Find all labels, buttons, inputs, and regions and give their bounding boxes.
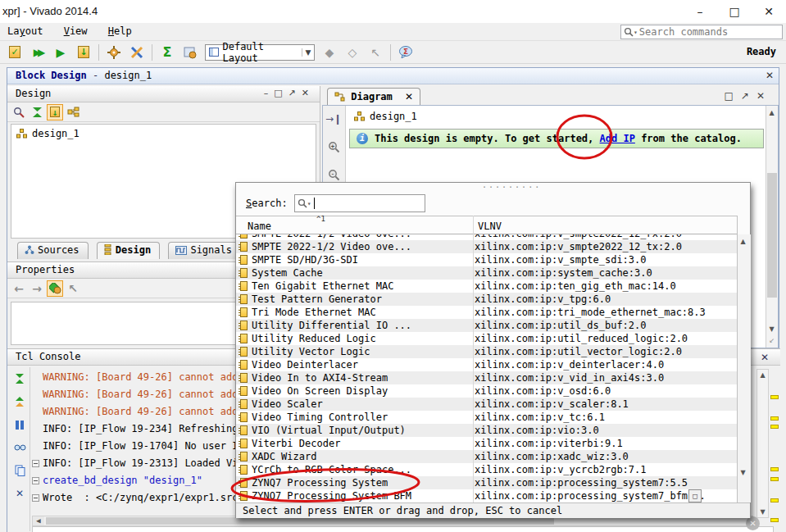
- combo-arrow-icon: ▼: [302, 48, 314, 57]
- ip-list-row[interactable]: Video On Screen Display xilinx.com:ip:v_…: [236, 384, 737, 398]
- resize-corner-icon[interactable]: ↙: [766, 335, 777, 346]
- ip-chip-icon: [240, 281, 248, 291]
- tools-icon[interactable]: [127, 43, 147, 61]
- menu-view[interactable]: View: [64, 25, 88, 37]
- popup-drag-handle[interactable]: ·········: [482, 183, 541, 192]
- scroll-up-icon[interactable]: [11, 393, 28, 410]
- find-icon[interactable]: [11, 439, 28, 456]
- tab-diagram[interactable]: Diagram ✕: [327, 88, 420, 106]
- select-arrow-icon[interactable]: ↖: [65, 280, 81, 297]
- design-panel-header: Design –□↗✕: [7, 86, 320, 102]
- scroll-to-end-icon[interactable]: [11, 371, 28, 387]
- column-header-name[interactable]: Name: [248, 221, 271, 232]
- dock-icon[interactable]: →❙: [325, 111, 342, 127]
- ip-list-row[interactable]: Viterbi Decoder xilinx.com:ip:viterbi:9.…: [236, 437, 737, 450]
- scroll-up-arrow-icon[interactable]: ▲: [766, 107, 777, 118]
- pause-output-icon[interactable]: [11, 416, 28, 433]
- tcl-command-input[interactable]: [32, 526, 774, 532]
- minimize-button[interactable]: –: [684, 0, 716, 23]
- scroll-up-arrow-icon[interactable]: ▲: [757, 370, 768, 380]
- dismiss-message-icon[interactable]: ✕: [746, 516, 760, 530]
- column-header-vlnv[interactable]: VLNV: [478, 221, 502, 232]
- ip-list-row[interactable]: Utility Vector Logic xilinx.com:ip:util_…: [236, 345, 737, 358]
- tab-signals[interactable]: Signals: [168, 242, 241, 259]
- tab-design[interactable]: Design: [97, 242, 160, 259]
- export-button[interactable]: ↓: [74, 43, 93, 61]
- ip-list: SMPTE 2022-1/2 Video ove... xilinx.com:i…: [236, 234, 737, 502]
- copy-icon[interactable]: [11, 462, 28, 479]
- help-bubble-icon[interactable]: Σ: [396, 43, 416, 61]
- ip-list-row[interactable]: Test Pattern Generator xilinx.com:ip:v_t…: [236, 293, 737, 306]
- ip-list-row[interactable]: YCrCb to RGB Color-Space... xilinx.com:i…: [236, 463, 737, 476]
- ip-list-row[interactable]: VIO (Virtual Input/Output) xilinx.com:ip…: [236, 424, 737, 437]
- ip-list-row[interactable]: Video Scaler xilinx.com:ip:v_scaler:8.1: [236, 398, 737, 411]
- diagram-vertical-scrollbar[interactable]: ▲ ▼ ↙: [766, 106, 778, 348]
- diagram-window-controls[interactable]: □↗✕: [725, 90, 772, 102]
- settings-gear-icon[interactable]: [104, 43, 124, 61]
- ip-chip-icon: [240, 360, 248, 370]
- ip-list-scrollbar[interactable]: ▲ ▼: [738, 234, 751, 502]
- design-panel-window-controls[interactable]: –□↗✕: [264, 88, 315, 98]
- back-arrow-icon[interactable]: ←: [11, 280, 27, 297]
- close-button[interactable]: ✕: [753, 0, 784, 23]
- ip-list-row[interactable]: Video Timing Controller xilinx.com:ip:v_…: [236, 411, 737, 424]
- ip-list-row[interactable]: Video In to AXI4-Stream xilinx.com:ip:v_…: [236, 371, 737, 384]
- project-settings-button[interactable]: [180, 43, 200, 61]
- tcl-vertical-scrollbar[interactable]: ▲ ▼: [756, 369, 769, 518]
- ip-list-row[interactable]: SMPTE 2022-1/2 Video ove... xilinx.com:i…: [236, 240, 737, 253]
- search-commands-input[interactable]: ▾ Search commands: [620, 25, 783, 39]
- scroll-left-arrow-icon[interactable]: ◀: [33, 516, 44, 525]
- hierarchy-view-icon[interactable]: [65, 104, 81, 120]
- run-flow-button[interactable]: ▶▶: [28, 43, 48, 61]
- ip-list-row[interactable]: Utility Differential IO ... xilinx.com:i…: [236, 319, 737, 332]
- add-ip-link[interactable]: Add IP: [600, 133, 635, 144]
- forward-arrow-icon[interactable]: →: [29, 280, 45, 297]
- scroll-down-arrow-icon[interactable]: ▼: [738, 467, 748, 478]
- clear-console-icon[interactable]: ✕: [11, 485, 28, 502]
- reports-sigma-button[interactable]: Σ: [157, 43, 177, 61]
- maximize-button[interactable]: □: [719, 0, 750, 23]
- diagram-icon: [334, 92, 345, 102]
- layout-selector[interactable]: Default Layout ▼: [205, 44, 315, 61]
- ip-list-row[interactable]: Video Deinterlacer xilinx.com:ip:v_deint…: [236, 358, 737, 371]
- scroll-down-arrow-icon[interactable]: ▼: [766, 324, 777, 334]
- maximize-table-icon[interactable]: □: [688, 489, 702, 502]
- search-icon: [624, 27, 634, 37]
- diagram-tab-close-icon[interactable]: ✕: [405, 91, 413, 102]
- design-tree-item[interactable]: design_1: [16, 128, 316, 139]
- info-text-prefix: This design is empty. To get started,: [375, 133, 600, 144]
- properties-gear-icon-selected[interactable]: [47, 280, 63, 297]
- ip-list-row[interactable]: Tri Mode Ethernet MAC xilinx.com:ip:tri_…: [236, 306, 737, 319]
- zoom-out-icon[interactable]: -: [325, 166, 342, 183]
- ip-search-input[interactable]: ▾: [294, 194, 425, 212]
- ip-list-row[interactable]: SMPTE SD/HD/3G-SDI xilinx.com:ip:v_smpte…: [236, 253, 737, 266]
- ip-list-row[interactable]: System Cache xilinx.com:ip:system_cache:…: [236, 266, 737, 280]
- ip-list-row[interactable]: Ten Gigabit Ethernet MAC xilinx.com:ip:t…: [236, 280, 737, 293]
- tcl-console-close-icon[interactable]: ✕: [761, 352, 769, 363]
- block-design-close-icon[interactable]: ✕: [766, 70, 774, 81]
- window-title: xpr] - Vivado 2014.4: [2, 5, 98, 17]
- ip-chip-icon: [240, 425, 248, 435]
- ip-chip-icon: [240, 386, 248, 396]
- empty-design-info-bar: i This design is empty. To get started, …: [349, 129, 764, 148]
- layout-icon: [209, 48, 219, 57]
- tab-sources[interactable]: Sources: [17, 242, 89, 259]
- run-button[interactable]: ▶: [51, 43, 70, 61]
- ip-list-row[interactable]: SMPTE 2022-1/2 Video ove... xilinx.com:i…: [236, 234, 737, 240]
- ip-list-row-circled[interactable]: ZYNQ7 Processing System xilinx.com:ip:pr…: [236, 476, 737, 489]
- ip-list-row[interactable]: Utility Reduced Logic xilinx.com:ip:util…: [236, 332, 737, 345]
- ip-list-row[interactable]: ZYNQ7 Processing System BFM xilinx.com:i…: [236, 489, 737, 502]
- ip-chip-icon: [240, 491, 248, 501]
- menu-help[interactable]: Help: [108, 25, 132, 37]
- search-tree-icon[interactable]: [11, 104, 27, 120]
- save-design-button[interactable]: ✓: [5, 43, 25, 61]
- scroll-up-arrow-icon[interactable]: ▲: [738, 236, 748, 247]
- expand-all-icon[interactable]: [29, 104, 45, 120]
- ip-list-row[interactable]: XADC Wizard xilinx.com:ip:xadc_wiz:3.0: [236, 450, 737, 463]
- menu-layout[interactable]: Layout: [7, 25, 43, 37]
- scroll-down-arrow-icon[interactable]: ▼: [757, 507, 768, 517]
- zoom-in-icon[interactable]: +: [325, 139, 342, 155]
- warning-marker-icon: [770, 518, 779, 522]
- collapse-all-icon-selected[interactable]: ↓: [47, 104, 63, 120]
- ip-chip-icon: [240, 234, 248, 239]
